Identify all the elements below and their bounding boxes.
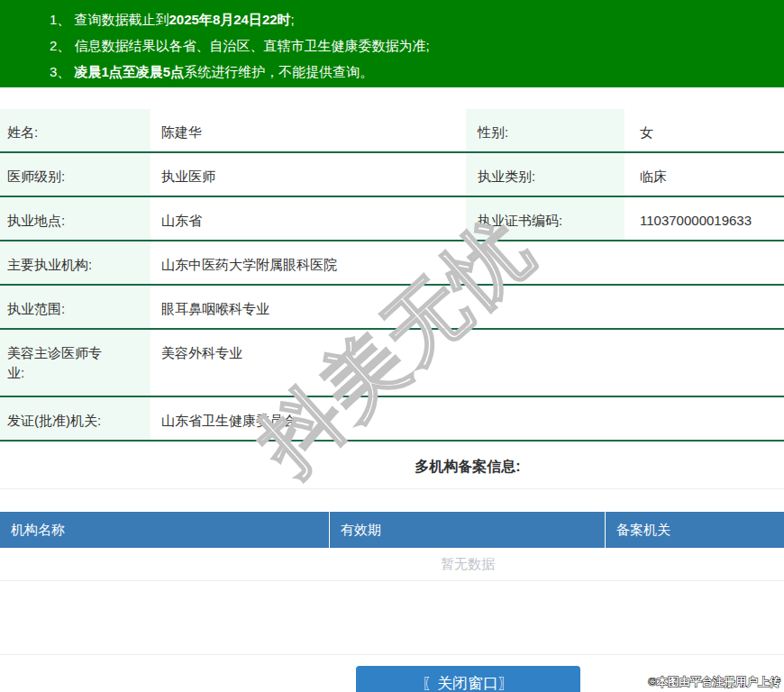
- main-institution-value: 山东中医药大学附属眼科医院: [150, 241, 784, 284]
- notice-1-pre: 1、 查询数据截止到: [50, 12, 169, 27]
- gender-value: 女: [624, 109, 784, 151]
- name-value: 陈建华: [150, 109, 466, 151]
- records-empty-row: 暂无数据: [0, 548, 784, 581]
- page-canvas: 1、 查询数据截止到2025年8月24日22时; 2、 信息数据结果以各省、自治…: [0, 0, 784, 692]
- table-row: 姓名: 陈建华 性别: 女: [0, 109, 784, 153]
- practice-scope-label: 执业范围:: [0, 286, 150, 328]
- table-row: 主要执业机构: 山东中医药大学附属眼科医院: [0, 241, 784, 286]
- multi-institution-section-title: 多机构备案信息:: [0, 458, 784, 476]
- upload-credit-text: ©本图由平台注册用户上传: [648, 675, 780, 690]
- column-header-validity-period: 有效期: [330, 512, 606, 548]
- notice-2-pre: 2、 信息数据结果以各省、自治区、直辖市卫生健康委数据为准;: [50, 38, 430, 53]
- table-row: 美容主诊医师专业: 美容外科专业: [0, 330, 784, 397]
- table-row: 执业范围: 眼耳鼻咽喉科专业: [0, 286, 784, 330]
- records-table-header: 机构名称 有效期 备案机关: [0, 512, 784, 548]
- cosmetic-chief-specialty-value: 美容外科专业: [150, 330, 784, 396]
- doctor-level-value: 执业医师: [150, 153, 466, 196]
- practice-location-value: 山东省: [150, 197, 466, 240]
- practitioner-info-table: 姓名: 陈建华 性别: 女 医师级别: 执业医师 执业类别: 临床 执业地点: …: [0, 109, 784, 442]
- issuing-authority-value: 山东省卫生健康委员会: [150, 397, 784, 440]
- column-header-institution-name: 机构名称: [0, 512, 330, 548]
- cosmetic-chief-specialty-label: 美容主诊医师专业:: [0, 330, 150, 396]
- doctor-level-label: 医师级别:: [0, 153, 150, 196]
- column-header-record-authority: 备案机关: [606, 512, 784, 548]
- notice-banner: 1、 查询数据截止到2025年8月24日22时; 2、 信息数据结果以各省、自治…: [0, 0, 784, 87]
- no-data-text: 暂无数据: [441, 556, 495, 571]
- issuing-authority-label: 发证(批准)机关:: [0, 397, 150, 440]
- notice-3-bold: 凌晨1点至凌晨5点: [75, 64, 185, 79]
- certificate-number-value: 110370000019633: [624, 197, 784, 240]
- table-row: 执业地点: 山东省 执业证书编码: 110370000019633: [0, 197, 784, 241]
- main-institution-label: 主要执业机构:: [0, 241, 150, 284]
- name-label: 姓名:: [0, 109, 150, 151]
- certificate-number-label: 执业证书编码:: [466, 197, 624, 240]
- table-row: 发证(批准)机关: 山东省卫生健康委员会: [0, 397, 784, 442]
- practice-location-label: 执业地点:: [0, 197, 150, 240]
- notice-line-2: 2、 信息数据结果以各省、自治区、直辖市卫生健康委数据为准;: [50, 32, 784, 59]
- notice-3-pre: 3、: [50, 64, 75, 79]
- notice-1-post: ;: [291, 12, 295, 27]
- notice-line-1: 1、 查询数据截止到2025年8月24日22时;: [50, 6, 784, 32]
- notice-3-post: 系统进行维护，不能提供查询。: [184, 64, 373, 79]
- gender-label: 性别:: [466, 109, 624, 151]
- section-divider: [0, 488, 784, 489]
- practice-category-label: 执业类别:: [466, 153, 624, 196]
- notice-1-bold: 2025年8月24日22时: [169, 12, 291, 27]
- table-row: 医师级别: 执业医师 执业类别: 临床: [0, 153, 784, 197]
- practice-scope-value: 眼耳鼻咽喉科专业: [150, 286, 784, 328]
- practice-category-value: 临床: [624, 153, 784, 196]
- close-window-button[interactable]: 〖关闭窗口〗: [356, 666, 580, 692]
- notice-line-3: 3、 凌晨1点至凌晨5点系统进行维护，不能提供查询。: [50, 59, 784, 85]
- content-spacer: [0, 581, 784, 654]
